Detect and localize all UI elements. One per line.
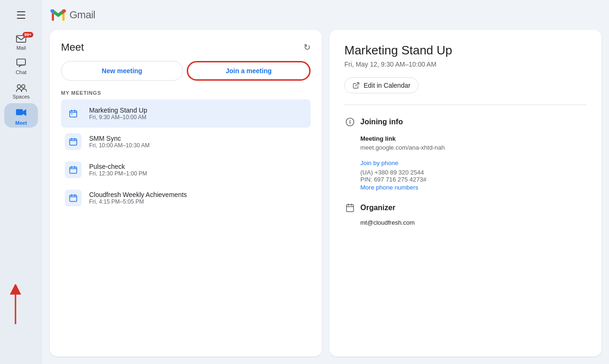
meet-label: Meet bbox=[15, 120, 27, 126]
calendar-icon bbox=[65, 105, 82, 122]
mail-badge: 99+ bbox=[23, 32, 33, 38]
join-by-phone-link[interactable]: Join by phone bbox=[360, 159, 398, 167]
calendar-icon bbox=[65, 133, 82, 150]
gmail-wordmark: Gmail bbox=[69, 9, 95, 21]
refresh-icon[interactable]: ↻ bbox=[304, 42, 311, 53]
svg-rect-5 bbox=[70, 111, 77, 117]
edit-calendar-button[interactable]: Edit in Calendar bbox=[344, 77, 419, 93]
main-content: Gmail Meet ↻ New meeting Join a meeting … bbox=[42, 0, 609, 364]
meeting-time: Fri, 12:30 PM–1:00 PM bbox=[89, 170, 147, 177]
chat-icon-wrap bbox=[10, 57, 32, 68]
info-icon bbox=[344, 116, 356, 128]
menu-button[interactable] bbox=[10, 4, 32, 26]
meet-panel: Meet ↻ New meeting Join a meeting MY MEE… bbox=[50, 30, 322, 356]
meeting-name: Marketing Stand Up bbox=[89, 106, 147, 114]
svg-point-2 bbox=[17, 85, 21, 88]
divider bbox=[344, 105, 586, 105]
mail-label: Mail bbox=[16, 45, 26, 51]
svg-rect-6 bbox=[71, 114, 73, 114]
meeting-item[interactable]: Pulse-check Fri, 12:30 PM–1:00 PM bbox=[61, 156, 311, 184]
spaces-label: Spaces bbox=[13, 94, 30, 99]
calendar-icon bbox=[65, 190, 82, 206]
meet-action-buttons: New meeting Join a meeting bbox=[61, 61, 311, 81]
my-meetings-label: MY MEETINGS bbox=[61, 90, 311, 96]
join-meeting-button[interactable]: Join a meeting bbox=[187, 61, 311, 81]
svg-point-3 bbox=[22, 85, 25, 88]
meeting-name: SMM Sync bbox=[89, 135, 150, 142]
meeting-info: SMM Sync Fri, 10:00 AM–10:30 AM bbox=[89, 135, 150, 149]
organizer-icon bbox=[344, 202, 356, 213]
meeting-time: Fri, 10:00 AM–10:30 AM bbox=[89, 142, 150, 149]
phone-block: Join by phone (UA) +380 89 320 2544 PIN:… bbox=[360, 159, 586, 191]
sidebar-item-meet[interactable]: Meet bbox=[4, 103, 38, 128]
cal-svg bbox=[69, 137, 78, 146]
edit-calendar-label: Edit in Calendar bbox=[364, 82, 411, 89]
svg-rect-9 bbox=[70, 195, 77, 201]
meeting-link-label: Meeting link bbox=[360, 135, 586, 142]
svg-rect-1 bbox=[17, 59, 25, 65]
gmail-logo: Gmail bbox=[50, 7, 95, 23]
joining-info-title: Joining info bbox=[360, 118, 403, 126]
svg-rect-7 bbox=[70, 139, 77, 145]
organizer-section: Organizer mt@cloudfresh.com bbox=[344, 202, 586, 226]
joining-info-section: Joining info Meeting link meet.google.co… bbox=[344, 116, 586, 191]
chat-icon bbox=[16, 58, 26, 68]
svg-rect-8 bbox=[70, 167, 77, 173]
meeting-time: Fri, 4:15 PM–5:05 PM bbox=[89, 198, 187, 205]
meet-panel-header: Meet ↻ bbox=[61, 41, 311, 53]
meeting-item[interactable]: Cloudfresh Weekly Achievements Fri, 4:15… bbox=[61, 184, 311, 212]
meeting-item[interactable]: SMM Sync Fri, 10:00 AM–10:30 AM bbox=[61, 128, 311, 156]
meeting-link-block: Meeting link meet.google.com/ana-xhtd-na… bbox=[360, 135, 586, 151]
meeting-name: Cloudfresh Weekly Achievements bbox=[89, 191, 187, 198]
detail-panel: Marketing Stand Up Fri, May 12, 9:30 AM–… bbox=[329, 30, 601, 356]
more-phone-numbers-link[interactable]: More phone numbers bbox=[360, 184, 586, 191]
panels-container: Meet ↻ New meeting Join a meeting MY MEE… bbox=[42, 30, 609, 364]
organizer-email: mt@cloudfresh.com bbox=[360, 219, 586, 226]
meeting-time: Fri, 9:30 AM–10:00 AM bbox=[89, 114, 147, 121]
organizer-title: Organizer bbox=[360, 204, 396, 212]
meeting-item[interactable]: Marketing Stand Up Fri, 9:30 AM–10:00 AM bbox=[61, 99, 311, 128]
meeting-info: Pulse-check Fri, 12:30 PM–1:00 PM bbox=[89, 163, 147, 177]
gmail-m-icon bbox=[50, 7, 67, 23]
new-meeting-button[interactable]: New meeting bbox=[61, 61, 183, 81]
meeting-info: Cloudfresh Weekly Achievements Fri, 4:15… bbox=[89, 191, 187, 205]
svg-rect-4 bbox=[16, 109, 23, 115]
meet-icon bbox=[15, 108, 27, 117]
spaces-icon bbox=[15, 83, 27, 92]
meeting-link-value: meet.google.com/ana-xhtd-nah bbox=[360, 144, 586, 151]
meeting-list: Marketing Stand Up Fri, 9:30 AM–10:00 AM bbox=[61, 99, 311, 212]
cal-svg bbox=[69, 165, 78, 174]
arrow-annotation bbox=[4, 284, 27, 326]
event-time: Fri, May 12, 9:30 AM–10:00 AM bbox=[344, 61, 586, 68]
cal-svg bbox=[69, 193, 78, 203]
meet-icon-wrap bbox=[8, 106, 34, 119]
pin-value: PIN: 697 716 275 4273# bbox=[360, 176, 586, 183]
nav-bar: 99+ Mail Chat Spaces bbox=[0, 0, 42, 364]
event-title: Marketing Stand Up bbox=[344, 43, 586, 58]
svg-rect-11 bbox=[347, 205, 354, 212]
meet-panel-title: Meet bbox=[61, 41, 84, 53]
calendar-icon bbox=[65, 161, 82, 178]
chat-label: Chat bbox=[15, 69, 26, 75]
phone-number: (UA) +380 89 320 2544 bbox=[360, 169, 586, 176]
meeting-name: Pulse-check bbox=[89, 163, 147, 170]
cal-svg bbox=[69, 109, 78, 118]
external-link-icon bbox=[352, 82, 360, 89]
sidebar-item-chat[interactable]: Chat bbox=[4, 54, 38, 77]
sidebar-item-mail[interactable]: 99+ Mail bbox=[4, 30, 38, 53]
meeting-info: Marketing Stand Up Fri, 9:30 AM–10:00 AM bbox=[89, 106, 147, 121]
mail-icon-wrap: 99+ bbox=[10, 33, 32, 44]
joining-info-header: Joining info bbox=[344, 116, 586, 128]
spaces-icon-wrap bbox=[10, 82, 32, 93]
hamburger-icon bbox=[17, 11, 25, 19]
top-header: Gmail bbox=[42, 0, 609, 30]
organizer-header: Organizer bbox=[344, 202, 586, 213]
sidebar-item-spaces[interactable]: Spaces bbox=[4, 79, 38, 101]
